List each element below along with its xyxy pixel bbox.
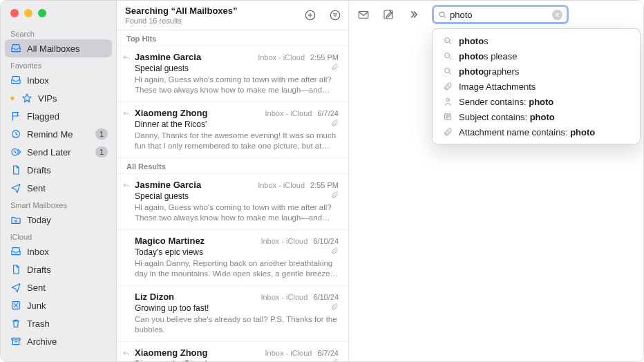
sidebar-item-label: Flagged (27, 111, 108, 122)
attachment-icon (330, 359, 339, 361)
message-sender: Xiaomeng Zhong (135, 347, 265, 358)
inbox-icon (10, 43, 21, 54)
person-icon (442, 96, 453, 107)
clock-icon (10, 128, 21, 140)
svg-line-28 (449, 73, 451, 75)
paperclip-icon (442, 126, 453, 137)
sidebar-item-label: Junk (27, 301, 108, 311)
message-date: 6/7/24 (317, 349, 339, 357)
reply-indicator-icon (122, 349, 130, 356)
sidebar-item-label: Sent (27, 283, 108, 293)
detail-pane: photo photosphotos pleasephotographersIm… (349, 1, 643, 361)
flag-icon (10, 111, 21, 122)
svg-point-29 (446, 98, 450, 102)
sidebar-item-ic-archive[interactable]: Archive (1, 332, 116, 350)
attachment-icon (330, 247, 339, 255)
sidebar-item-ic-inbox[interactable]: Inbox (1, 242, 116, 260)
minimize-window-button[interactable] (24, 9, 32, 17)
search-suggestion-text: Subject contains: photo (459, 112, 555, 122)
message-subject: Today's epic views (135, 247, 330, 257)
subject-icon (442, 111, 453, 122)
sidebar-item-sent[interactable]: Sent (1, 179, 116, 197)
sidebar-item-vips[interactable]: VIPs (1, 89, 116, 107)
junk-icon (10, 300, 21, 311)
zoom-window-button[interactable] (38, 9, 46, 17)
search-suggestion-text: photos please (459, 51, 518, 61)
window-controls (1, 1, 116, 26)
message-preview: Hi again, Guess who's coming to town wit… (135, 202, 339, 224)
sidebar-item-flagged[interactable]: Flagged (1, 107, 116, 125)
sidebar-item-remind[interactable]: Remind Me1 (1, 125, 116, 143)
sidebar-item-ic-drafts[interactable]: Drafts (1, 260, 116, 278)
message-sender: Magico Martinez (135, 236, 261, 246)
search-suggestion[interactable]: photos (433, 33, 640, 48)
sidebar-item-send-later[interactable]: Send Later1 (1, 143, 116, 161)
message-date: 6/7/24 (317, 109, 339, 117)
search-suggestion[interactable]: Sender contains: photo (433, 94, 640, 109)
reply-indicator-icon (122, 53, 130, 61)
message-row[interactable]: Jasmine GarciaInbox - iCloud2:55 PMSpeci… (117, 174, 348, 230)
message-subject: Special guests (135, 191, 330, 201)
message-row[interactable]: Xiaomeng ZhongInbox - iCloud6/7/24Dinner… (117, 102, 348, 158)
attachment-icon (330, 303, 339, 311)
sidebar-item-label: Send Later (27, 147, 90, 158)
message-row[interactable]: Liz DizonInbox - iCloud6/10/24Growing up… (117, 286, 348, 342)
sidebar-item-ic-junk[interactable]: Junk (1, 296, 116, 314)
new-label-button[interactable] (304, 9, 316, 21)
sidebar-item-ic-trash[interactable]: Trash (1, 314, 116, 332)
message-row[interactable]: Xiaomeng ZhongInbox - iCloud6/7/24Dinner… (117, 342, 348, 361)
message-preview: Hi again, Guess who's coming to town wit… (135, 75, 339, 96)
filter-button[interactable] (329, 9, 341, 21)
message-group-heading: All Results (117, 158, 348, 174)
doc-icon (10, 264, 21, 275)
message-sender: Liz Dizon (135, 292, 261, 302)
close-window-button[interactable] (10, 9, 19, 17)
search-suggestion[interactable]: Attachment name contains: photo (433, 124, 640, 140)
message-sender: Xiaomeng Zhong (135, 108, 265, 118)
svg-point-19 (439, 12, 444, 17)
sidebar-item-label: VIPs (38, 93, 108, 104)
doc-icon (10, 164, 21, 175)
sidebar-item-drafts[interactable]: Drafts (1, 161, 116, 179)
sidebar-item-ic-sent[interactable]: Sent (1, 278, 116, 296)
message-date: 2:55 PM (310, 53, 339, 61)
sidebar-item-label: Inbox (27, 247, 108, 257)
sidebar-item-inbox[interactable]: Inbox (1, 71, 116, 89)
message-subject: Growing up too fast! (135, 303, 330, 313)
reply-indicator-icon (122, 181, 130, 189)
message-row[interactable]: Magico MartinezInbox - iCloud6/10/24Toda… (117, 230, 348, 286)
svg-line-24 (449, 42, 451, 44)
detail-toolbar: photo (349, 1, 643, 28)
search-suggestion[interactable]: photos please (433, 48, 640, 64)
message-mailbox: Inbox - iCloud (265, 109, 312, 117)
search-suggestion[interactable]: Image Attachments (433, 79, 640, 94)
compose-button[interactable] (382, 8, 395, 21)
search-suggestion-text: Sender contains: photo (459, 97, 553, 107)
search-suggestion[interactable]: photographers (433, 64, 640, 79)
message-preview: Hi again Danny, Reporting back on anothe… (135, 258, 339, 280)
toolbar-overflow-button[interactable] (407, 8, 419, 21)
search-scope-title: Searching “All Mailboxes” (125, 6, 304, 17)
message-sender: Jasmine Garcia (135, 52, 258, 62)
message-mailbox: Inbox - iCloud (258, 53, 305, 61)
search-result-count: Found 16 results (125, 17, 304, 26)
clear-search-button[interactable] (552, 10, 562, 20)
sidebar-section-heading: Favorites (1, 57, 116, 71)
mail-window: SearchAll MailboxesFavoritesInboxVIPsFla… (0, 0, 644, 362)
svg-rect-17 (359, 12, 368, 19)
search-field[interactable]: photo (432, 5, 569, 24)
trash-icon (10, 318, 21, 329)
sidebar-item-today[interactable]: Today (1, 211, 116, 229)
message-group-heading: Top Hits (117, 30, 348, 46)
reply-indicator-icon (122, 109, 130, 117)
mark-read-button[interactable] (357, 8, 370, 21)
message-preview: Can you believe she's already so tall? P… (135, 314, 339, 336)
search-input-value[interactable]: photo (450, 10, 552, 20)
message-mailbox: Inbox - iCloud (261, 237, 307, 245)
search-suggestion[interactable]: Subject contains: photo (433, 109, 640, 124)
svg-marker-1 (23, 94, 31, 102)
search-suggestion-text: photographers (459, 66, 519, 77)
search-suggestion-text: Attachment name contains: photo (459, 127, 595, 137)
message-row[interactable]: Jasmine GarciaInbox - iCloud2:55 PMSpeci… (117, 46, 348, 102)
sidebar-item-all-mailboxes[interactable]: All Mailboxes (5, 39, 112, 57)
